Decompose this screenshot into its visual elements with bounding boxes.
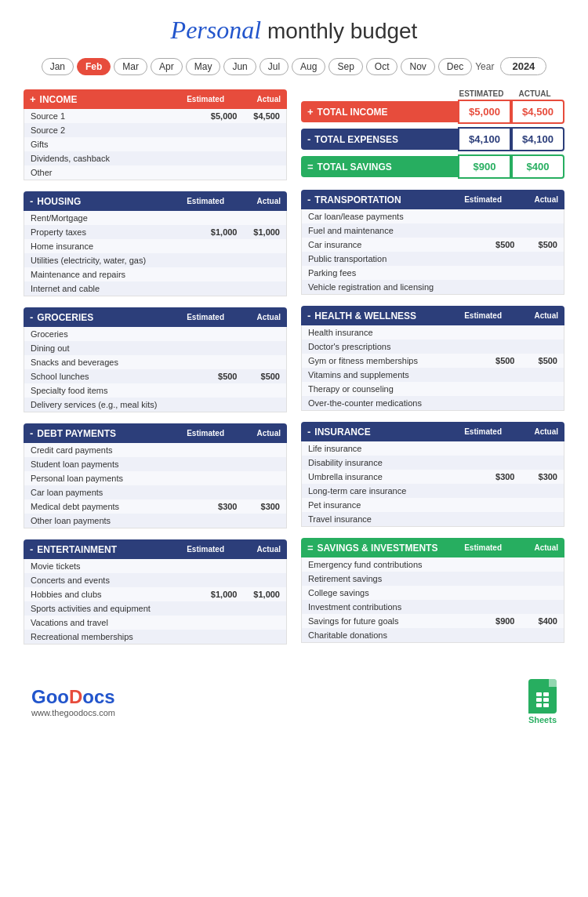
table-row: Health insurance: [302, 325, 564, 340]
sheets-grid-cell: [536, 698, 542, 702]
housing-col-headers: Estimated Actual: [185, 197, 281, 205]
entertainment-sign: -: [30, 543, 33, 555]
income-label: INCOME: [40, 94, 78, 105]
trans-col-actual: Actual: [519, 195, 558, 204]
health-col-actual: Actual: [519, 311, 558, 320]
table-row: Doctor's prescriptions: [302, 340, 564, 354]
table-row: Dining out: [24, 341, 287, 355]
table-row: Medical debt payments$300$300: [24, 499, 287, 514]
insurance-section: - INSURANCE Estimated Actual Life insura…: [301, 422, 564, 527]
groceries-table: Groceries Dining out Snacks and beverage…: [24, 327, 287, 412]
month-nav: Jan Feb Mar Apr May Jun Jul Aug Sep Oct …: [24, 57, 564, 75]
year-label: Year: [475, 61, 494, 72]
table-row: Gym or fitness memberships$500$500: [302, 354, 564, 368]
logo-goo: Goo: [31, 686, 69, 707]
table-row: Charitable donations: [302, 628, 564, 643]
sheets-grid-cell: [543, 698, 549, 702]
table-row: Personal loan payments: [24, 471, 287, 485]
month-apr[interactable]: Apr: [151, 58, 183, 75]
footer-url: www.thegoodocs.com: [31, 708, 115, 717]
month-mar[interactable]: Mar: [114, 58, 147, 75]
health-col-estimated: Estimated: [463, 311, 502, 320]
month-may[interactable]: May: [186, 58, 221, 75]
debt-payments-header: - DEBT PAYMENTS Estimated Actual: [24, 423, 287, 443]
table-row: School lunches$500$500: [24, 369, 287, 383]
table-row: Car loan payments: [24, 485, 287, 499]
table-row: Life insurance: [302, 441, 564, 456]
table-row: Delivery services (e.g., meal kits): [24, 398, 287, 412]
total-savings-label: = TOTAL SAVINGS: [301, 156, 458, 177]
table-row: Other loan payments: [24, 514, 287, 528]
month-aug[interactable]: Aug: [292, 58, 325, 75]
table-row: College savings: [302, 586, 564, 600]
insurance-header: - INSURANCE Estimated Actual: [301, 422, 564, 441]
table-row: Student loan payments: [24, 457, 287, 471]
table-row: Emergency fund contributions: [302, 557, 564, 572]
table-row: Specialty food items: [24, 383, 287, 398]
savings-investments-label: SAVINGS & INVESTMENTS: [318, 543, 438, 554]
ins-col-actual: Actual: [519, 427, 558, 436]
year-value[interactable]: 2024: [500, 57, 546, 75]
ins-col-estimated: Estimated: [463, 427, 502, 436]
entertainment-col-headers: Estimated Actual: [185, 545, 281, 554]
month-oct[interactable]: Oct: [366, 58, 398, 75]
housing-col-estimated: Estimated: [185, 197, 224, 205]
total-expenses-row: - TOTAL EXPENSES $4,100 $4,100: [301, 127, 564, 151]
month-dec[interactable]: Dec: [438, 58, 472, 75]
income-sign: +: [30, 93, 36, 105]
insurance-col-headers: Estimated Actual: [463, 427, 558, 436]
debt-payments-col-headers: Estimated Actual: [185, 429, 281, 438]
groceries-col-headers: Estimated Actual: [185, 313, 281, 321]
income-section: + INCOME Estimated Actual Source 1$5,000…: [24, 89, 287, 180]
month-feb[interactable]: Feb: [77, 58, 111, 75]
total-savings-sign: =: [307, 161, 314, 172]
total-income-row: + TOTAL INCOME $5,000 $4,500: [301, 100, 564, 124]
table-row: Savings for future goals$900$400: [302, 614, 564, 628]
table-row: Vacations and travel: [24, 616, 287, 630]
total-income-actual: $4,500: [511, 100, 564, 124]
insurance-sign: -: [307, 426, 310, 438]
sheets-grid-cell: [536, 692, 542, 696]
debt-payments-title: - DEBT PAYMENTS: [30, 427, 116, 439]
sheets-label: Sheets: [528, 715, 557, 724]
total-expenses-label: - TOTAL EXPENSES: [301, 129, 458, 150]
month-jun[interactable]: Jun: [223, 58, 256, 75]
table-row: Investment contributions: [302, 600, 564, 614]
table-row: Car insurance$500$500: [302, 238, 564, 252]
title-rest: monthly budget: [267, 19, 417, 43]
table-row: Vehicle registration and licensing: [302, 280, 564, 295]
income-col-estimated: Estimated: [185, 95, 224, 104]
month-sep[interactable]: Sep: [328, 58, 362, 75]
footer: GooDocs www.thegoodocs.com Sheets: [24, 679, 564, 724]
table-row: Snacks and beverages: [24, 355, 287, 369]
table-row: Therapy or counseling: [302, 382, 564, 396]
table-row: Hobbies and clubs$1,000$1,000: [24, 587, 287, 601]
table-row: Concerts and events: [24, 573, 287, 587]
month-jul[interactable]: Jul: [260, 58, 289, 75]
entertainment-table: Movie tickets Concerts and events Hobbie…: [24, 559, 287, 645]
table-row: Sports activities and equipment: [24, 601, 287, 616]
housing-section: - HOUSING Estimated Actual Rent/Mortgage…: [24, 191, 287, 296]
left-column: + INCOME Estimated Actual Source 1$5,000…: [24, 89, 287, 656]
ent-col-estimated: Estimated: [185, 545, 224, 554]
debt-col-estimated: Estimated: [185, 429, 224, 438]
transportation-section: - TRANSPORTATION Estimated Actual Car lo…: [301, 190, 564, 295]
groceries-label: GROCERIES: [37, 312, 93, 323]
insurance-title: - INSURANCE: [307, 426, 371, 438]
table-row: Source 1$5,000$4,500: [24, 109, 287, 123]
table-row: Groceries: [24, 327, 287, 341]
month-nov[interactable]: Nov: [401, 58, 434, 75]
housing-col-actual: Actual: [241, 197, 281, 205]
transportation-table: Car loan/lease payments Fuel and mainten…: [301, 209, 564, 295]
debt-payments-table: Credit card payments Student loan paymen…: [24, 443, 287, 528]
total-expenses-estimated: $4,100: [458, 127, 511, 151]
footer-logo: GooDocs: [31, 686, 115, 708]
insurance-table: Life insurance Disability insurance Umbr…: [301, 441, 564, 527]
savings-investments-header: = SAVINGS & INVESTMENTS Estimated Actual: [301, 538, 564, 557]
table-row: Car loan/lease payments: [302, 209, 564, 223]
month-jan[interactable]: Jan: [42, 58, 74, 75]
health-wellness-table: Health insurance Doctor's prescriptions …: [301, 325, 564, 411]
groceries-section: - GROCERIES Estimated Actual Groceries D…: [24, 307, 287, 412]
table-row: Gifts: [24, 137, 287, 151]
health-wellness-label: HEALTH & WELLNESS: [314, 310, 416, 321]
